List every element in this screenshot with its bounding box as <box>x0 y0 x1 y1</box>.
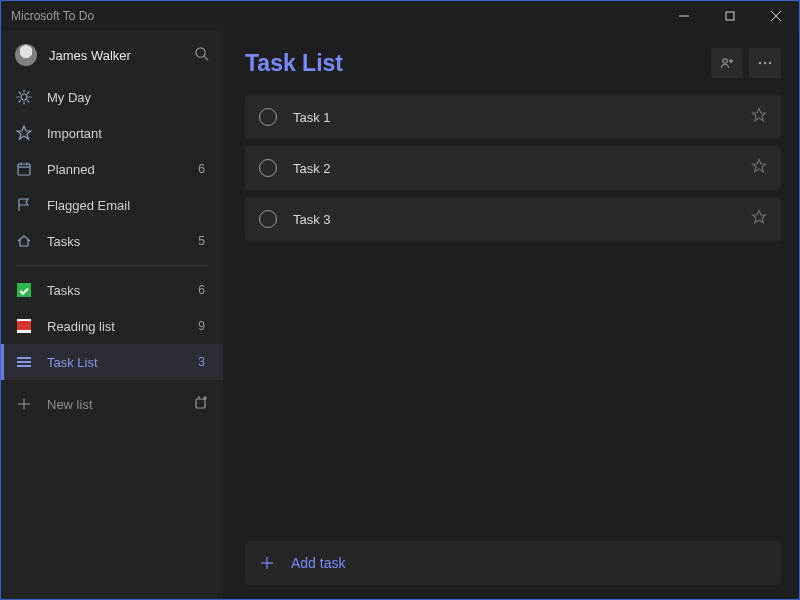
svg-rect-16 <box>18 164 30 175</box>
star-icon <box>751 209 767 225</box>
new-list-row[interactable]: New list <box>1 384 223 424</box>
maximize-icon <box>725 11 735 21</box>
star-button[interactable] <box>751 107 767 127</box>
svg-point-26 <box>759 62 761 64</box>
sidebar-item-count: 9 <box>198 319 205 333</box>
minimize-icon <box>679 11 689 21</box>
svg-line-13 <box>19 101 21 103</box>
minimize-button[interactable] <box>661 1 707 31</box>
svg-point-6 <box>21 94 27 100</box>
page-title[interactable]: Task List <box>245 50 711 77</box>
new-group-button[interactable] <box>193 395 209 414</box>
avatar <box>15 44 37 66</box>
sidebar-item-planned[interactable]: Planned 6 <box>1 151 223 187</box>
svg-rect-1 <box>726 12 734 20</box>
main-panel: Task List Task 1 <box>223 31 799 599</box>
sidebar: James Walker My Day Importan <box>1 31 223 599</box>
close-icon <box>771 11 781 21</box>
plus-icon <box>15 397 33 411</box>
maximize-button[interactable] <box>707 1 753 31</box>
star-icon <box>751 158 767 174</box>
search-icon <box>194 46 209 61</box>
book-icon <box>15 319 33 333</box>
sidebar-item-count: 6 <box>198 162 205 176</box>
star-icon <box>15 125 33 141</box>
new-list-label: New list <box>47 397 193 412</box>
sidebar-item-reading-list[interactable]: Reading list 9 <box>1 308 223 344</box>
svg-point-28 <box>769 62 771 64</box>
sidebar-item-label: Tasks <box>47 283 198 298</box>
flag-icon <box>15 197 33 213</box>
svg-line-14 <box>28 92 30 94</box>
task-row[interactable]: Task 1 <box>245 95 781 139</box>
app-window: Microsoft To Do James Walker <box>0 0 800 600</box>
task-row[interactable]: Task 3 <box>245 197 781 241</box>
share-button[interactable] <box>711 48 743 78</box>
sidebar-item-tasks[interactable]: Tasks 5 <box>1 223 223 259</box>
task-list: Task 1 Task 2 Task 3 <box>245 95 781 241</box>
sidebar-item-flagged[interactable]: Flagged Email <box>1 187 223 223</box>
sidebar-item-label: Reading list <box>47 319 198 334</box>
sidebar-item-label: Task List <box>47 355 198 370</box>
sidebar-item-label: Important <box>47 126 205 141</box>
sidebar-item-count: 6 <box>198 283 205 297</box>
calendar-icon <box>15 161 33 177</box>
custom-lists: Tasks 6 Reading list 9 Task List 3 <box>1 272 223 380</box>
sidebar-item-custom-tasks[interactable]: Tasks 6 <box>1 272 223 308</box>
check-square-icon <box>15 283 33 297</box>
sidebar-item-myday[interactable]: My Day <box>1 79 223 115</box>
svg-marker-30 <box>753 160 766 172</box>
svg-marker-29 <box>753 109 766 121</box>
more-button[interactable] <box>749 48 781 78</box>
task-row[interactable]: Task 2 <box>245 146 781 190</box>
search-button[interactable] <box>194 46 209 64</box>
svg-marker-31 <box>753 211 766 223</box>
svg-rect-22 <box>196 399 205 408</box>
home-icon <box>15 233 33 249</box>
sidebar-item-label: Flagged Email <box>47 198 205 213</box>
complete-toggle[interactable] <box>259 159 277 177</box>
main-header: Task List <box>245 31 781 95</box>
sidebar-item-important[interactable]: Important <box>1 115 223 151</box>
sidebar-item-count: 5 <box>198 234 205 248</box>
more-icon <box>757 55 773 71</box>
main-actions <box>711 48 781 78</box>
sidebar-item-label: Tasks <box>47 234 198 249</box>
add-task-row[interactable]: Add task <box>245 541 781 585</box>
svg-point-25 <box>723 59 727 63</box>
svg-point-4 <box>196 48 205 57</box>
star-button[interactable] <box>751 209 767 229</box>
window-controls <box>661 1 799 31</box>
svg-line-11 <box>19 92 21 94</box>
star-button[interactable] <box>751 158 767 178</box>
sun-icon <box>15 89 33 105</box>
svg-marker-15 <box>17 126 31 139</box>
share-icon <box>719 55 735 71</box>
list-icon <box>15 357 33 367</box>
svg-line-5 <box>204 56 208 60</box>
sidebar-item-label: My Day <box>47 90 205 105</box>
close-button[interactable] <box>753 1 799 31</box>
task-name: Task 2 <box>293 161 751 176</box>
star-icon <box>751 107 767 123</box>
task-name: Task 1 <box>293 110 751 125</box>
sidebar-item-label: Planned <box>47 162 198 177</box>
window-title: Microsoft To Do <box>11 9 94 23</box>
title-bar[interactable]: Microsoft To Do <box>1 1 799 31</box>
svg-point-27 <box>764 62 766 64</box>
profile-row[interactable]: James Walker <box>1 31 223 79</box>
profile-name: James Walker <box>49 48 194 63</box>
task-name: Task 3 <box>293 212 751 227</box>
add-task-label: Add task <box>291 555 345 571</box>
svg-line-12 <box>28 101 30 103</box>
smart-lists: My Day Important Planned 6 <box>1 79 223 259</box>
sidebar-separator <box>15 265 209 266</box>
complete-toggle[interactable] <box>259 108 277 126</box>
sidebar-item-count: 3 <box>198 355 205 369</box>
sidebar-item-task-list[interactable]: Task List 3 <box>1 344 223 380</box>
complete-toggle[interactable] <box>259 210 277 228</box>
plus-icon <box>259 555 275 571</box>
